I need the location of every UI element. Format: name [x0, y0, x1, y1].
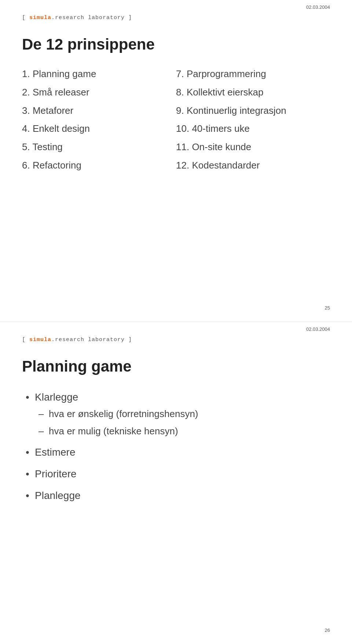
- principles-columns: 1. Planning game 2. Små releaser 3. Meta…: [22, 68, 330, 178]
- page1-logo: [ simula.research laboratory ]: [22, 15, 330, 21]
- sub-item: hva er ønskelig (forretningshensyn): [38, 407, 330, 420]
- page-1: 02.03.2004 [ simula.research laboratory …: [0, 0, 352, 322]
- logo2-bracket-open: [: [22, 337, 29, 343]
- list-item: 12. Kodestandarder: [176, 159, 330, 172]
- list-item: 5. Testing: [22, 141, 176, 153]
- bullet-item-prioritere: Prioritere: [26, 467, 330, 481]
- page2-date: 02.03.2004: [306, 326, 330, 332]
- list-item: 8. Kollektivt eierskap: [176, 86, 330, 99]
- list-item: 6. Refactoring: [22, 159, 176, 172]
- page1-date: 02.03.2004: [306, 4, 330, 10]
- logo2-dot: .: [51, 337, 55, 343]
- logo-dot: .: [51, 15, 55, 21]
- list-item: 4. Enkelt design: [22, 123, 176, 135]
- planning-game-list: Klarlegge hva er ønskelig (forretningshe…: [26, 390, 330, 503]
- logo-bracket-open: [: [22, 15, 29, 21]
- list-item: 2. Små releaser: [22, 86, 176, 99]
- col2-list: 7. Parprogrammering 8. Kollektivt eiersk…: [176, 68, 330, 172]
- logo-rest: research laboratory: [55, 15, 125, 21]
- list-item: 3. Metaforer: [22, 105, 176, 117]
- col1-list: 1. Planning game 2. Små releaser 3. Meta…: [22, 68, 176, 172]
- col-right: 7. Parprogrammering 8. Kollektivt eiersk…: [176, 68, 330, 178]
- page2-number: 26: [325, 627, 330, 633]
- bullet-item-estimere: Estimere: [26, 445, 330, 459]
- list-item: 10. 40-timers uke: [176, 123, 330, 135]
- list-item: 7. Parprogrammering: [176, 68, 330, 80]
- logo2-bracket-close: ]: [125, 337, 132, 343]
- sub-item: hva er mulig (tekniske hensyn): [38, 424, 330, 438]
- list-item: 9. Kontinuerlig integrasjon: [176, 105, 330, 117]
- logo2-simula: simula: [29, 337, 51, 343]
- logo-bracket-close: ]: [125, 15, 132, 21]
- list-item: 11. On-site kunde: [176, 141, 330, 153]
- page2-title: Planning game: [22, 358, 330, 375]
- page1-title: De 12 prinsippene: [22, 36, 330, 53]
- bullet-item-planlegge: Planlegge: [26, 488, 330, 503]
- logo2-rest: research laboratory: [55, 337, 125, 343]
- logo-simula: simula: [29, 15, 51, 21]
- page-2: 02.03.2004 [ simula.research laboratory …: [0, 322, 352, 644]
- page2-logo: [ simula.research laboratory ]: [22, 337, 330, 343]
- col-left: 1. Planning game 2. Små releaser 3. Meta…: [22, 68, 176, 178]
- list-item: 1. Planning game: [22, 68, 176, 80]
- page1-number: 25: [325, 305, 330, 311]
- bullet-item-klarlegge: Klarlegge hva er ønskelig (forretningshe…: [26, 390, 330, 438]
- klarlegge-sublist: hva er ønskelig (forretningshensyn) hva …: [38, 407, 330, 438]
